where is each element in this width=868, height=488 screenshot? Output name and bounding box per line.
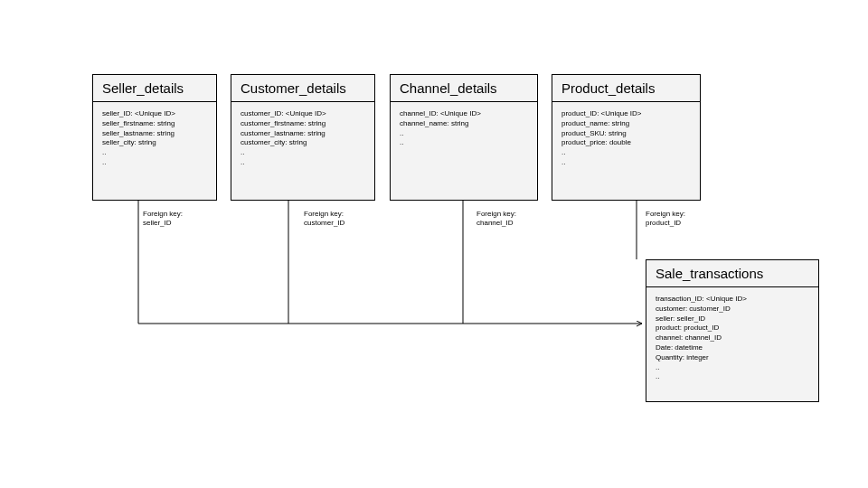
fk-label-customer: Foreign key: customer_ID: [304, 210, 344, 229]
field: ..: [102, 158, 207, 168]
entity-body: seller_ID: <Unique ID> seller_firstname:…: [93, 102, 216, 175]
field: customer_firstname: string: [241, 119, 365, 129]
field: product: product_ID: [656, 324, 809, 333]
field: ..: [656, 372, 809, 382]
fk-text: Foreign key:: [143, 210, 183, 219]
field: ..: [241, 148, 365, 158]
entity-title: Sale_transactions: [646, 260, 818, 287]
field: seller_ID: <Unique ID>: [102, 109, 207, 119]
field: ..: [561, 158, 691, 168]
field: customer_city: string: [241, 138, 365, 148]
fk-text: Foreign key:: [476, 210, 516, 219]
field: ..: [400, 138, 528, 148]
field: product_price: double: [561, 138, 691, 148]
field: customer_lastname: string: [241, 129, 365, 139]
field: ..: [656, 363, 809, 373]
entity-body: channel_ID: <Unique ID> channel_name: st…: [391, 102, 537, 155]
field: product_SKU: string: [561, 129, 691, 139]
field: seller: seller_ID: [656, 314, 809, 324]
entity-title: Seller_details: [93, 75, 216, 102]
field: channel_name: string: [400, 119, 528, 129]
field: channel: channel_ID: [656, 333, 809, 343]
entity-seller-details: Seller_details seller_ID: <Unique ID> se…: [92, 74, 217, 201]
entity-title: Channel_details: [391, 75, 537, 102]
field: product_name: string: [561, 119, 691, 129]
entity-product-details: Product_details product_ID: <Unique ID> …: [552, 74, 701, 201]
field: ..: [400, 129, 528, 139]
field: seller_firstname: string: [102, 119, 207, 129]
er-connectors: [0, 0, 868, 488]
field: seller_lastname: string: [102, 129, 207, 139]
entity-channel-details: Channel_details channel_ID: <Unique ID> …: [390, 74, 538, 201]
fk-label-product: Foreign key: product_ID: [646, 210, 685, 229]
fk-key: customer_ID: [304, 219, 344, 228]
field: ..: [241, 158, 365, 168]
entity-sale-transactions: Sale_transactions transaction_ID: <Uniqu…: [646, 259, 819, 402]
field: transaction_ID: <Unique ID>: [656, 295, 809, 305]
fk-key: channel_ID: [476, 219, 516, 228]
field: customer: customer_ID: [656, 305, 809, 314]
fk-key: product_ID: [646, 219, 685, 228]
entity-title: Customer_details: [231, 75, 374, 102]
fk-label-channel: Foreign key: channel_ID: [476, 210, 516, 229]
fk-text: Foreign key:: [646, 210, 685, 219]
field: Date: datetime: [656, 343, 809, 353]
entity-customer-details: Customer_details customer_ID: <Unique ID…: [231, 74, 375, 201]
field: ..: [102, 148, 207, 158]
field: seller_city: string: [102, 138, 207, 148]
entity-body: product_ID: <Unique ID> product_name: st…: [552, 102, 700, 175]
field: ..: [561, 148, 691, 158]
fk-text: Foreign key:: [304, 210, 344, 219]
entity-body: transaction_ID: <Unique ID> customer: cu…: [646, 287, 818, 389]
entity-title: Product_details: [552, 75, 700, 102]
field: Quantity: integer: [656, 353, 809, 363]
field: channel_ID: <Unique ID>: [400, 109, 528, 119]
fk-key: seller_ID: [143, 219, 183, 228]
field: product_ID: <Unique ID>: [561, 109, 691, 119]
fk-label-seller: Foreign key: seller_ID: [143, 210, 183, 229]
entity-body: customer_ID: <Unique ID> customer_firstn…: [231, 102, 374, 175]
field: customer_ID: <Unique ID>: [241, 109, 365, 119]
